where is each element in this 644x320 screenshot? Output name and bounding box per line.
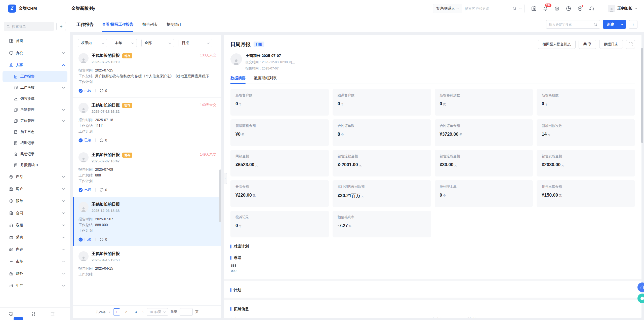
menu-search-input[interactable] [12,24,51,28]
search-icon[interactable] [512,6,517,11]
new-report-dropdown[interactable] [618,23,626,26]
metric-card: 投诉记录0个 [230,211,329,237]
tab-view-write-report[interactable]: 查看/撰写工作报告 [102,17,133,32]
keyword-search-input[interactable] [546,20,591,28]
fullscreen-button[interactable] [626,40,635,49]
report-list-item[interactable]: 王鹤加长的日报 暂存 2025-07-18 16:32 140天未交 报告时间2… [73,98,221,147]
chevron-down-icon [62,109,65,111]
support-headset-icon[interactable] [589,6,594,11]
menu-settings-icon[interactable] [50,311,55,316]
report-list-item[interactable]: 王鹤加长的日报 暂存 2025-07-25 10:19 133天未交 报告时间2… [73,51,221,98]
filter-scope-select[interactable]: 权限内 [78,39,107,47]
sidebar-item-work-report[interactable]: 工作报告 [3,71,67,82]
comment-count[interactable]: 0 [100,89,107,93]
collapse-panel-handle[interactable]: ‹ [224,173,227,184]
user-menu[interactable]: 王鹤加长 [608,5,637,12]
sidebar-item-home[interactable]: 首页 [3,35,67,47]
sidebar-item-inventory[interactable]: 库存 [3,243,67,255]
recall-button[interactable]: 撤回至未提交状态 [538,40,576,49]
comment-icon [100,188,104,192]
sidebar-item-office[interactable]: 办公 [3,47,67,59]
tab-data-detail-list[interactable]: 数据明细列表 [254,76,277,84]
overdue-label: 133天未交 [200,53,216,58]
list-scrollbar-thumb[interactable] [219,169,221,222]
sidebar-item-follow-up[interactable]: 跟单 [3,195,67,207]
sidebar-item-product[interactable]: 产品 [3,171,67,183]
sidebar-item-contract[interactable]: 合同 [3,207,67,219]
new-report-button[interactable]: 新建 [603,20,626,29]
menu-search [4,22,54,31]
report-list-item[interactable]: 王鹤加长的日报 暂存 2025-07-07 16:47 149天未交 报告时间2… [73,147,221,197]
report-list-item[interactable]: 王鹤加长的日报 2025-04-15 19:53 报告时间2025-04-15 … [73,246,221,282]
next-page-button[interactable]: › [142,310,144,314]
sidebar-item-market[interactable]: 市场 [3,255,67,267]
summary-content: 888 000 [231,263,635,274]
add-menu-button[interactable]: + [56,22,66,31]
settings-gear-icon[interactable] [554,6,560,11]
jump-page-input[interactable] [180,308,193,316]
logo-text: 金智CRM [19,6,37,11]
reports-pie-icon[interactable] [566,6,571,11]
more-options-button[interactable]: ⋮ [629,20,637,29]
search-button[interactable] [591,20,600,28]
history-clock-icon[interactable] [9,311,14,316]
report-datetime: 2025-04-15 19:53 [92,258,216,262]
comment-count[interactable]: 0 [100,138,107,142]
metric-card: 跟进客户数0个 [333,89,431,116]
comment-count[interactable]: 0 [100,188,107,192]
sidebar-item-work-assessment[interactable]: 工作考核 [3,82,67,93]
search-scope-select[interactable]: 客户/联系人 [433,4,462,13]
chevron-down-icon [131,42,134,45]
avatar [78,152,89,162]
sidebar-item-location[interactable]: 定位管理 [3,115,67,126]
window-scrollbar-thumb[interactable] [641,48,643,143]
page-size-select[interactable]: 10 条/页 [147,308,168,316]
page-2-button[interactable]: 2 [123,308,130,315]
floating-widget[interactable] [14,317,23,320]
sliders-icon[interactable] [31,311,36,316]
sidebar-item-training[interactable]: 培训记录 [3,137,67,149]
report-doc-icon [14,75,18,79]
sidebar-item-attendance[interactable]: 考勤管理 [3,104,67,115]
comment-icon [100,89,104,93]
pagination: 共26条 ‹ 1 2 3 › 10 条/页 跳至 页 [73,305,221,318]
metric-card: 销售发货金额¥2030.00元 [537,150,635,176]
share-button[interactable]: 共 享 [579,40,596,49]
report-time: 2025-07-07 [262,66,279,70]
sidebar-item-production[interactable]: 生产 [3,279,67,292]
notifications-bell-icon[interactable]: 99+ [543,6,548,11]
version-badge-icon[interactable] [577,6,583,11]
report-list-scroll[interactable]: 王鹤加长的日报 暂存 2025-07-25 10:19 133天未交 报告时间2… [73,51,221,305]
filter-year-select[interactable]: 本年 [112,39,137,47]
tab-submit-stats[interactable]: 提交统计 [167,17,182,32]
chevron-down-icon [634,7,637,10]
global-search-input[interactable] [462,7,510,11]
sidebar-item-service[interactable]: 客服 [3,219,67,231]
metric-card: 合同订单金额¥3729.00元 [435,119,533,146]
page-1-button[interactable]: 1 [113,308,120,315]
sidebar-item-purchase[interactable]: 采购 [3,231,67,243]
chevron-down-icon[interactable] [519,7,522,10]
metric-card: 合同订单数8个 [333,119,431,146]
sidebar-item-rewards[interactable]: 奖惩记录 [3,149,67,160]
sidebar-item-hr[interactable]: 人事 [3,59,67,71]
sidebar-item-employee-log[interactable]: 员工日志 [3,126,67,137]
layers-icon [14,119,18,123]
avatar [78,251,89,261]
sidebar-item-sales-commission[interactable]: 销售提成 [3,93,67,104]
sidebar-item-finance[interactable]: 财务 [3,267,67,279]
filter-status-select[interactable]: 全部 [141,39,174,47]
filter-type-select[interactable]: 日报 [179,39,212,47]
sidebar-item-monthly-test[interactable]: 月报测试01 [3,160,67,171]
data-log-button[interactable]: 数据日志 [599,40,623,49]
tab-data-summary[interactable]: 数据摘要 [230,76,246,84]
keyword-search [546,20,600,29]
report-list-item-selected[interactable]: 王鹤加长的日报 2025-12-03 18:38 报告时间2025-07-07 … [73,197,221,246]
prev-page-button[interactable]: ‹ [108,310,111,314]
tab-report-list[interactable]: 报告列表 [142,17,157,32]
contacts-icon[interactable] [531,6,537,11]
comment-count[interactable]: 0 [100,237,107,241]
sidebar-item-customer[interactable]: 客户 [3,183,67,195]
page-3-button[interactable]: 3 [132,308,139,315]
monitor-icon [9,51,13,55]
